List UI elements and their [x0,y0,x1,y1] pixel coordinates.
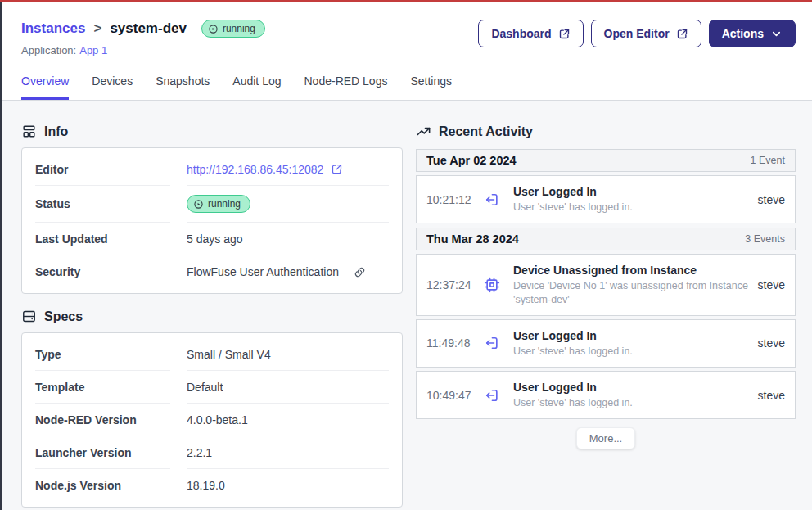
info-row-status: Status running [35,186,389,223]
activity-date-header: Tue Apr 02 2024 1 Event [416,149,796,172]
editor-url-link[interactable]: http://192.168.86.45:12082 [187,163,343,176]
tab-audit-log[interactable]: Audit Log [232,74,281,100]
status-badge: running [201,20,265,38]
info-title: Info [44,124,68,139]
activity-event-row: 10:21:12 User Logged In User 'steve' has… [416,175,796,223]
row-label: Type [35,338,170,371]
login-arrow-icon [484,335,500,351]
specs-row-type: Type Small / Small V4 [35,338,389,371]
more-button[interactable]: More... [576,427,635,449]
event-user: steve [758,389,785,402]
header-actions: Dashboard Open Editor Actions [478,20,796,47]
status-badge-label: running [208,198,241,210]
chevron-down-icon [770,28,783,40]
recent-activity-panel: Recent Activity Tue Apr 02 2024 1 Event … [416,124,796,510]
activity-date: Tue Apr 02 2024 [426,154,517,167]
event-body: User Logged In User 'steve' has logged i… [513,329,758,358]
breadcrumb-separator-icon: > [93,20,102,37]
info-row-last-updated: Last Updated 5 days ago [35,223,389,255]
activity-event-count: 3 Events [745,233,785,245]
template-value: Default [187,371,389,404]
tab-node-red-logs[interactable]: Node-RED Logs [304,74,388,100]
row-label: Node.js Version [35,469,170,502]
server-icon [21,309,37,324]
application-label: Application: [21,44,76,56]
tab-snapshots[interactable]: Snapshots [156,74,210,100]
activity-group: Tue Apr 02 2024 1 Event 10:21:12 User Lo… [416,149,796,223]
actions-button-label: Actions [722,26,764,41]
actions-button[interactable]: Actions [709,20,796,47]
page-header: Instances > system-dev running Applicati… [0,0,812,101]
external-link-icon [331,163,343,175]
event-body: Device Unassigned from Instance Device '… [513,264,758,306]
external-link-icon [676,28,688,40]
event-time: 10:21:12 [426,193,477,206]
editor-url-text: http://192.168.86.45:12082 [187,163,323,176]
event-time: 12:37:24 [426,278,477,291]
activity-event-row: 11:49:48 User Logged In User 'steve' has… [416,319,796,368]
more-wrap: More... [416,427,796,449]
launcher-version-value: 2.2.1 [187,436,389,469]
security-value: FlowFuse User Authentication [187,265,339,278]
status-badge-label: running [223,23,255,34]
event-user: steve [758,278,785,291]
breadcrumb: Instances > system-dev running [21,20,265,38]
tab-bar: Overview Devices Snapshots Audit Log Nod… [21,74,796,100]
specs-section-heading: Specs [21,309,403,324]
dashboard-button[interactable]: Dashboard [478,20,583,47]
status-badge: running [187,195,250,213]
event-title: User Logged In [513,185,750,198]
row-label: Editor [35,153,170,186]
info-row-security: Security FlowFuse User Authentication [35,255,389,288]
event-description: Device 'Device No 1' was unassigned from… [513,279,750,306]
specs-card: Type Small / Small V4 Template Default N… [21,332,403,508]
activity-date-header: Thu Mar 28 2024 3 Events [416,228,796,250]
play-circle-icon [208,24,219,34]
page-title: system-dev [110,20,187,37]
activity-group: Thu Mar 28 2024 3 Events 12:37:24 Device… [416,228,796,419]
specs-row-launcher-version: Launcher Version 2.2.1 [35,436,389,469]
activity-section-heading: Recent Activity [416,124,796,139]
event-user: steve [758,336,785,350]
specs-title: Specs [44,309,83,324]
cpu-chip-icon [484,277,500,293]
row-label: Status [35,186,170,223]
template-grid-icon [21,124,37,139]
event-title: Device Unassigned from Instance [513,264,750,277]
open-editor-button-label: Open Editor [604,26,670,41]
event-description: User 'steve' has logged in. [513,396,750,409]
info-section-heading: Info [21,124,403,139]
row-label: Security [35,255,170,288]
event-user: steve [758,193,785,206]
open-editor-button[interactable]: Open Editor [591,20,701,47]
dashboard-button-label: Dashboard [491,26,551,41]
main-content: Info Editor http://192.168.86.45:12082 S… [0,101,812,510]
breadcrumb-instances-link[interactable]: Instances [21,20,85,37]
tab-settings[interactable]: Settings [410,74,452,100]
title-block: Instances > system-dev running Applicati… [21,20,265,56]
event-title: User Logged In [513,381,750,394]
event-description: User 'steve' has logged in. [513,201,750,214]
application-link[interactable]: App 1 [79,44,107,56]
login-arrow-icon [484,192,500,208]
type-value: Small / Small V4 [187,338,389,371]
node-red-version-value: 4.0.0-beta.1 [187,404,389,436]
tab-overview[interactable]: Overview [21,74,69,100]
specs-row-nodejs-version: Node.js Version 18.19.0 [35,469,389,502]
security-link-button[interactable] [354,266,366,278]
activity-title: Recent Activity [439,124,533,139]
play-circle-icon [193,199,204,210]
event-time: 11:49:48 [426,336,477,350]
activity-event-count: 1 Event [751,155,785,166]
info-card: Editor http://192.168.86.45:12082 Status [21,147,403,294]
external-link-icon [558,28,571,40]
tab-devices[interactable]: Devices [92,74,133,100]
event-body: User Logged In User 'steve' has logged i… [513,381,758,409]
activity-event-row: 12:37:24 Device Unassigned from Instance… [416,254,796,316]
login-arrow-icon [484,387,500,404]
left-edge-strip [0,2,2,510]
last-updated-value: 5 days ago [187,223,389,255]
trending-up-icon [416,124,431,139]
event-description: User 'steve' has logged in. [513,345,750,358]
event-title: User Logged In [513,329,750,342]
